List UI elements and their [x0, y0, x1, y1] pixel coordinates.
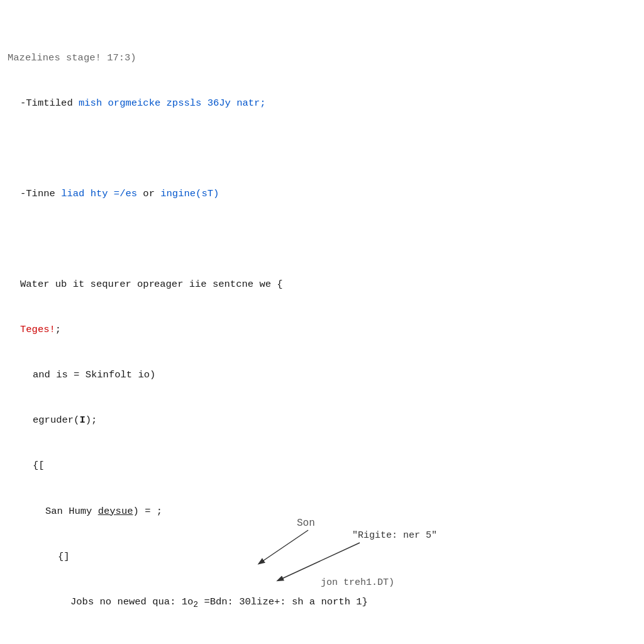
line-header: Mazelines stage! 17:3) — [8, 50, 644, 65]
line-5: Water ub it sequrer opreager iie sentcne… — [8, 277, 644, 292]
line-8: egruder(I); — [8, 413, 644, 428]
line-3-ingine: ingine(sT) — [155, 188, 219, 199]
line-5-text: Water ub it sequrer opreager iie sentcne… — [20, 279, 283, 290]
line-1-pre: -Timtiled — [20, 97, 79, 109]
line-1: -Timtiled mish orgmeicke zpssls 36Jy nat… — [8, 96, 644, 111]
line-blank-2 — [8, 231, 644, 247]
line-3-pre: -Tinne — [20, 188, 61, 199]
line-3-liad: liad hty =/es — [61, 188, 143, 199]
line-6-semi: ; — [55, 324, 61, 335]
line-12-text: Jobs no newed qua: 1o2 =Bdn: 30lize+: sh… — [70, 596, 368, 608]
line-7: and is = Skinfolt io) — [8, 367, 644, 382]
header-text: Mazelines stage! 17:3) — [8, 52, 136, 64]
line-7-text: and is = Skinfolt io) — [33, 369, 155, 380]
line-3-or: or — [143, 188, 155, 199]
line-10: San Humy deysue) = ; — [8, 504, 644, 519]
line-9: {[ — [8, 458, 644, 473]
code-block: Mazelines stage! 17:3) -Timtiled mish or… — [8, 5, 644, 644]
line-1-content: mish orgmeicke zpssls 36Jy natr; — [79, 97, 266, 109]
line-blank-1 — [8, 141, 644, 156]
line-12: Jobs no newed qua: 1o2 =Bdn: 30lize+: sh… — [8, 594, 644, 611]
line-3: -Tinne liad hty =/es or ingine(sT) — [8, 186, 644, 201]
line-10-text: San Humy deysue) = ; — [45, 506, 162, 517]
line-6: Teges!; — [8, 322, 644, 337]
line-13: } — [8, 641, 644, 644]
line-11-text: {] — [58, 551, 70, 562]
page-wrapper: Mazelines stage! 17:3) -Timtiled mish or… — [8, 5, 644, 644]
line-9-text: {[ — [33, 460, 45, 471]
line-6-teges: Teges! — [20, 324, 55, 335]
line-8-text: egruder(I); — [33, 414, 97, 426]
line-11: {] — [8, 549, 644, 564]
